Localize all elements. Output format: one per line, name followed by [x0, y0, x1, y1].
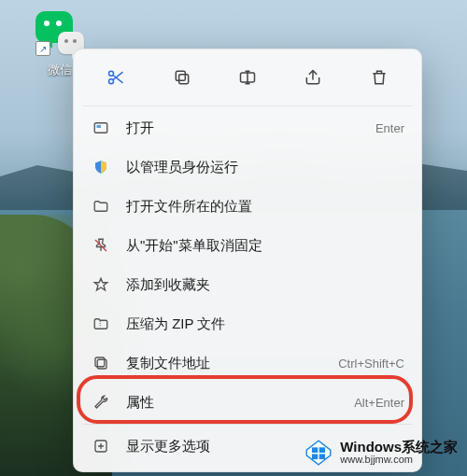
context-menu: 打开 Enter 以管理员身份运行 打开文件所在的位置 从"开始"菜单取消固定 …	[73, 49, 422, 472]
menu-item-label: 打开文件所在的位置	[126, 198, 404, 216]
copy-button[interactable]	[150, 59, 212, 96]
menu-item-label: 复制文件地址	[126, 355, 338, 372]
svg-rect-6	[97, 125, 102, 128]
menu-separator	[83, 105, 412, 106]
svg-rect-10	[312, 447, 318, 453]
svg-point-0	[109, 71, 114, 76]
copy-icon	[173, 68, 191, 87]
scissors-icon	[106, 68, 125, 87]
open-icon	[91, 118, 111, 138]
menu-item-label: 以管理员身份运行	[126, 159, 404, 176]
svg-rect-12	[312, 454, 318, 459]
shield-icon	[91, 157, 111, 177]
watermark-title: Windows系统之家	[340, 440, 458, 455]
svg-point-1	[109, 79, 114, 84]
zip-icon	[91, 314, 111, 334]
context-menu-action-row	[79, 55, 416, 104]
menu-item-open-location[interactable]: 打开文件所在的位置	[79, 187, 416, 226]
trash-icon	[370, 68, 389, 87]
menu-item-unpin-start[interactable]: 从"开始"菜单取消固定	[79, 226, 416, 265]
folder-icon	[91, 196, 111, 217]
delete-button[interactable]	[348, 59, 410, 96]
share-button[interactable]	[282, 59, 344, 96]
svg-rect-3	[176, 71, 185, 80]
svg-rect-11	[319, 447, 325, 453]
menu-item-add-favorites[interactable]: 添加到收藏夹	[79, 265, 416, 304]
share-icon	[304, 68, 322, 87]
menu-item-shortcut: Enter	[375, 121, 404, 135]
menu-item-label: 打开	[126, 119, 375, 137]
watermark: Windows系统之家 www.bjjmw.com	[299, 435, 461, 470]
menu-item-shortcut: Ctrl+Shift+C	[338, 357, 404, 371]
menu-item-run-as-admin[interactable]: 以管理员身份运行	[79, 147, 416, 187]
menu-item-open[interactable]: 打开 Enter	[79, 108, 416, 147]
menu-item-properties[interactable]: 属性 Alt+Enter	[79, 383, 416, 422]
menu-item-label: 压缩为 ZIP 文件	[126, 315, 404, 333]
star-icon	[91, 274, 111, 295]
svg-rect-2	[178, 75, 188, 84]
rename-button[interactable]	[217, 59, 278, 96]
menu-item-copy-path[interactable]: 复制文件地址 Ctrl+Shift+C	[79, 343, 416, 383]
wrench-icon	[91, 392, 111, 413]
windows-logo-icon	[303, 437, 334, 469]
more-options-icon	[91, 436, 111, 456]
unpin-icon	[91, 235, 111, 256]
menu-separator	[83, 424, 412, 425]
svg-rect-7	[97, 359, 106, 369]
watermark-url: www.bjjmw.com	[340, 455, 458, 466]
menu-item-label: 属性	[126, 394, 354, 412]
menu-item-label: 从"开始"菜单取消固定	[126, 237, 404, 255]
menu-item-label: 添加到收藏夹	[126, 276, 404, 294]
copy-path-icon	[91, 353, 111, 373]
menu-item-shortcut: Alt+Enter	[354, 396, 404, 410]
rename-icon	[238, 68, 257, 87]
svg-rect-8	[95, 357, 105, 367]
cut-button[interactable]	[85, 59, 147, 96]
menu-item-compress-zip[interactable]: 压缩为 ZIP 文件	[79, 304, 416, 343]
svg-rect-13	[319, 454, 325, 459]
shortcut-arrow-icon: ↗	[35, 41, 50, 56]
